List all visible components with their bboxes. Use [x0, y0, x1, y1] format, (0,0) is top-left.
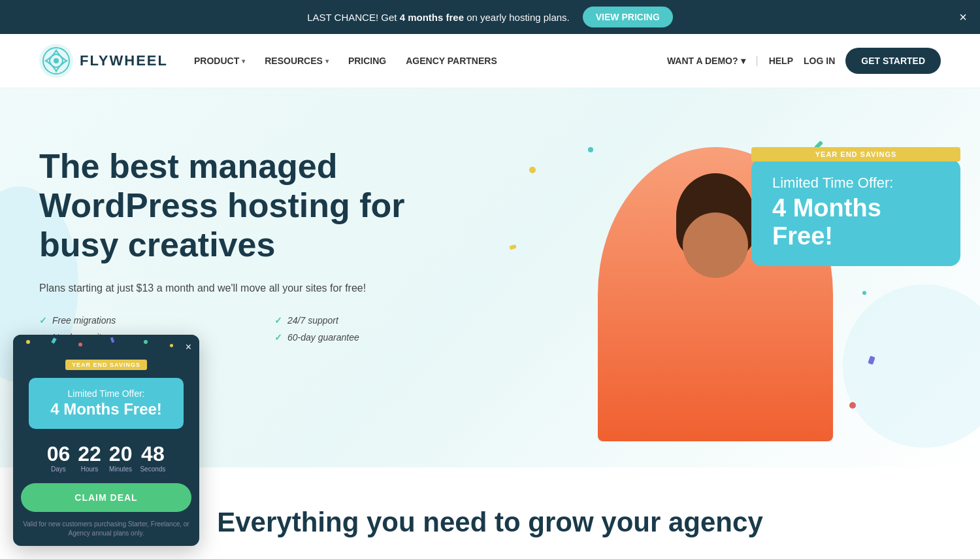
popup-year-end-tag: YEAR END SAVINGS — [65, 360, 147, 370]
nav-agency-partners[interactable]: AGENCY PARTNERS — [406, 56, 497, 66]
nav-login[interactable]: LOG IN — [804, 56, 835, 66]
countdown-days-label: Days — [47, 466, 71, 473]
nav-resources[interactable]: RESOURCES ▾ — [265, 56, 329, 66]
nav-divider: | — [756, 55, 759, 67]
popup-widget: × YEAR END SAVINGS Limited Time Offer: 4… — [13, 335, 199, 546]
offer-subtitle: Limited Time Offer: — [772, 175, 939, 192]
feature-text: 60-day guarantee — [287, 332, 359, 343]
check-icon: ✓ — [39, 315, 47, 326]
logo-text: FLYWHEEL — [80, 52, 168, 69]
countdown-hours-number: 22 — [78, 443, 101, 464]
countdown-minutes-number: 20 — [109, 443, 133, 464]
popup-offer-main: 4 Months Free! — [42, 400, 171, 418]
hero-right: YEAR END SAVINGS Limited Time Offer: 4 M… — [490, 127, 941, 441]
nav-product-label: PRODUCT — [194, 56, 239, 66]
feature-free-migrations: ✓ Free migrations — [39, 315, 255, 326]
popup-footnote: Valid for new customers purchasing Start… — [13, 517, 199, 546]
year-end-savings-tag: YEAR END SAVINGS — [751, 147, 960, 161]
countdown-seconds-number: 48 — [140, 443, 165, 464]
countdown-seconds: 48 Seconds — [140, 443, 165, 473]
nav-resources-chevron: ▾ — [325, 58, 329, 65]
feature-text: Free migrations — [52, 315, 116, 326]
countdown-seconds-label: Seconds — [140, 466, 165, 473]
popup-confetti-strip — [13, 335, 199, 354]
countdown-minutes-label: Minutes — [109, 466, 133, 473]
get-started-button[interactable]: GET STARTED — [845, 48, 941, 74]
announcement-bold: 4 months free — [400, 12, 464, 23]
nav-product[interactable]: PRODUCT ▾ — [194, 56, 245, 66]
nav-pricing-label: PRICING — [348, 56, 386, 66]
popup-offer-subtitle: Limited Time Offer: — [42, 388, 171, 399]
hero-title: The best managed WordPress hosting for b… — [39, 147, 490, 264]
view-pricing-button[interactable]: VIEW PRICING — [583, 7, 673, 27]
nav-demo-chevron: ▾ — [741, 56, 745, 66]
countdown-minutes: 20 Minutes — [109, 443, 133, 473]
announcement-suffix: on yearly hosting plans. — [464, 12, 570, 23]
announcement-close-button[interactable]: × — [959, 10, 967, 24]
nav-links: PRODUCT ▾ RESOURCES ▾ PRICING AGENCY PAR… — [194, 56, 667, 66]
feature-guarantee: ✓ 60-day guarantee — [274, 332, 490, 343]
popup-countdown: 06 Days 22 Hours 20 Minutes 48 Seconds — [13, 434, 199, 478]
nav-agency-partners-label: AGENCY PARTNERS — [406, 56, 497, 66]
announcement-text: LAST CHANCE! Get 4 months free on yearly… — [307, 12, 570, 23]
nav-help[interactable]: HELP — [769, 56, 793, 66]
check-icon: ✓ — [274, 315, 282, 326]
announcement-bar: LAST CHANCE! Get 4 months free on yearly… — [0, 0, 980, 34]
countdown-hours-label: Hours — [78, 466, 101, 473]
claim-deal-button[interactable]: CLAIM DEAL — [21, 483, 191, 512]
svg-point-2 — [54, 58, 59, 63]
popup-year-tag-area: YEAR END SAVINGS — [13, 354, 199, 378]
feature-text: 24/7 support — [287, 315, 338, 326]
nav-demo[interactable]: WANT A DEMO? ▾ — [667, 56, 745, 66]
flywheel-logo-icon — [39, 44, 73, 78]
logo[interactable]: FLYWHEEL — [39, 44, 168, 78]
countdown-days: 06 Days — [47, 443, 71, 473]
offer-main-text: 4 Months Free! — [772, 194, 939, 250]
countdown-days-number: 06 — [47, 443, 71, 464]
nav-pricing[interactable]: PRICING — [348, 56, 386, 66]
countdown-hours: 22 Hours — [78, 443, 101, 473]
nav-demo-label: WANT A DEMO? — [667, 56, 738, 66]
nav-resources-label: RESOURCES — [265, 56, 323, 66]
popup-offer-area: Limited Time Offer: 4 Months Free! — [13, 378, 199, 434]
popup-offer-box: Limited Time Offer: 4 Months Free! — [29, 378, 184, 429]
offer-badge: YEAR END SAVINGS Limited Time Offer: 4 M… — [751, 147, 960, 266]
navbar: FLYWHEEL PRODUCT ▾ RESOURCES ▾ PRICING A… — [0, 34, 980, 88]
popup-close-button[interactable]: × — [186, 341, 191, 353]
nav-right: WANT A DEMO? ▾ | HELP LOG IN GET STARTED — [667, 48, 941, 74]
offer-box: Limited Time Offer: 4 Months Free! — [751, 159, 960, 266]
hero-subtitle: Plans starting at just $13 a month and w… — [39, 280, 490, 297]
feature-support: ✓ 24/7 support — [274, 315, 490, 326]
check-icon: ✓ — [274, 332, 282, 343]
person-face — [683, 212, 748, 278]
nav-product-chevron: ▾ — [242, 58, 245, 65]
announcement-prefix: LAST CHANCE! Get — [307, 12, 399, 23]
